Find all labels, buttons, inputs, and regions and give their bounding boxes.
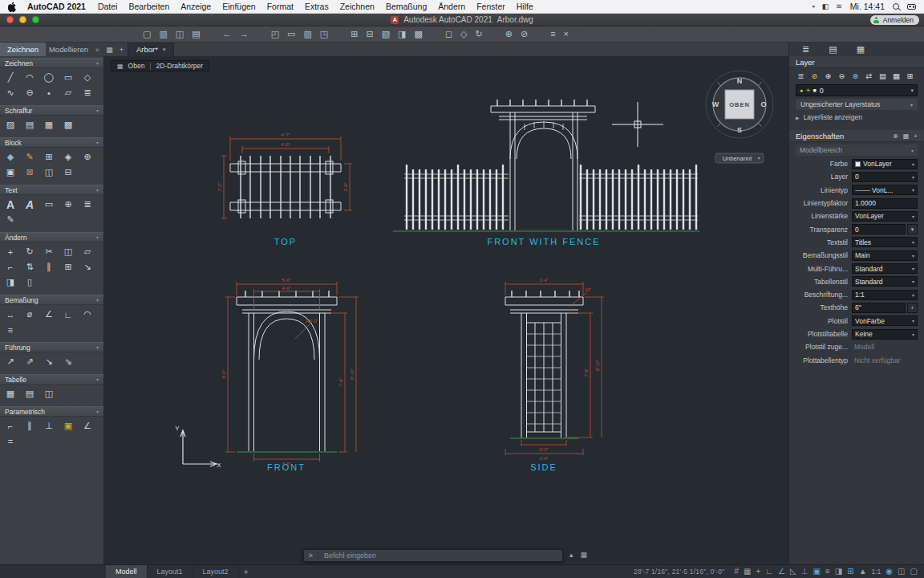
- menu-item-ändern[interactable]: Ändern: [438, 2, 465, 11]
- property-value-texthöhe[interactable]: 6": [852, 303, 906, 313]
- apple-menu-icon[interactable]: [8, 2, 17, 12]
- model-space-canvas[interactable]: Y X N W O S: [104, 56, 788, 564]
- mtext-icon[interactable]: A: [3, 197, 18, 211]
- view-name-pill[interactable]: Unbenannt ▾: [715, 153, 764, 163]
- match-properties-icon[interactable]: ▧: [382, 30, 390, 39]
- file-tab-arbor[interactable]: Arbor* ▾: [128, 43, 174, 56]
- properties-scope-dropdown[interactable]: Modellbereich ▾: [796, 144, 918, 156]
- pickadd-toggle-icon[interactable]: ⊕: [893, 132, 898, 140]
- menubar-app-name[interactable]: AutoCAD 2021: [27, 2, 86, 11]
- add-leader-icon[interactable]: ⇗: [22, 355, 37, 368]
- lock-constraint-icon[interactable]: ▣: [61, 419, 75, 433]
- remove-leader-icon[interactable]: ↘: [42, 355, 56, 368]
- zoom-window-icon[interactable]: ◻: [445, 30, 452, 39]
- property-value-linientyp[interactable]: ———VonL...▾: [852, 185, 918, 195]
- paragraph-icon[interactable]: ≣: [80, 197, 95, 211]
- select-objects-icon[interactable]: ▦: [903, 132, 910, 140]
- scale-icon[interactable]: ↘: [80, 260, 95, 274]
- redo-icon[interactable]: →: [240, 30, 249, 39]
- offset-icon[interactable]: ∥: [42, 260, 56, 274]
- palette-section-header-bemaßung[interactable]: Bemaßung▾: [0, 295, 103, 305]
- edit-text-icon[interactable]: ✎: [3, 213, 18, 226]
- solid-hatch-icon[interactable]: ▩: [61, 118, 75, 132]
- property-value-transparenz[interactable]: 0: [852, 224, 906, 234]
- data-link-icon[interactable]: ◫: [42, 387, 56, 401]
- line-icon[interactable]: ╱: [3, 71, 18, 84]
- collapse-palette-icon[interactable]: «: [91, 43, 103, 56]
- insert-block-icon[interactable]: ◆: [3, 150, 18, 164]
- layer-match-icon[interactable]: ⇄: [864, 71, 874, 80]
- menu-item-einfügen[interactable]: Einfügen: [222, 2, 255, 11]
- viewport-controls[interactable]: ▦ Oben | 2D-Drahtkörper: [111, 60, 209, 71]
- hatch-edit-icon[interactable]: ▩: [415, 30, 423, 39]
- close-toolbar-icon[interactable]: ×: [564, 30, 569, 39]
- annotation-visibility-icon[interactable]: ▲: [859, 568, 867, 576]
- hatch-icon[interactable]: ▨: [3, 118, 18, 132]
- ellipse-icon[interactable]: ⊖: [22, 86, 37, 100]
- attach-reference-icon[interactable]: ⊕: [80, 150, 95, 164]
- page-setup-icon[interactable]: ◳: [320, 30, 328, 39]
- view-compass[interactable]: N W O S OBEN: [706, 71, 773, 138]
- blocks-icon[interactable]: ◨: [398, 30, 406, 39]
- explode-icon[interactable]: ◨: [3, 275, 18, 289]
- property-value-multi-führu[interactable]: Standard▾: [852, 263, 918, 274]
- region-icon[interactable]: ▱: [61, 86, 75, 100]
- quick-select-icon[interactable]: +: [914, 132, 918, 140]
- compass-north[interactable]: N: [737, 77, 743, 85]
- layer-off-icon[interactable]: ⊘: [809, 71, 820, 80]
- parallel-constraint-icon[interactable]: ∥: [22, 419, 37, 433]
- undo-icon[interactable]: ←: [223, 30, 232, 39]
- screen-recording-icon[interactable]: ▪: [813, 3, 815, 10]
- menu-item-hilfe[interactable]: Hilfe: [517, 2, 533, 11]
- compass-east[interactable]: O: [760, 100, 766, 108]
- move-icon[interactable]: +: [3, 245, 18, 258]
- rectangle-icon[interactable]: ▭: [61, 71, 75, 84]
- linear-dimension-icon[interactable]: ↔: [3, 307, 18, 321]
- field-icon[interactable]: ⊕: [61, 197, 75, 211]
- pick-height-button[interactable]: +: [907, 303, 918, 313]
- workspace-switching-icon[interactable]: ◉: [886, 568, 893, 576]
- palette-section-header-führung[interactable]: Führung▾: [0, 342, 103, 352]
- palette-section-header-ändern[interactable]: Ändern▾: [0, 232, 103, 242]
- property-value-bemaßungsstil[interactable]: Main▾: [852, 250, 918, 261]
- layer-unisolate-icon[interactable]: ⊖: [837, 71, 847, 80]
- new-layout-button[interactable]: +: [239, 565, 253, 578]
- control-center-icon[interactable]: [907, 4, 916, 10]
- layer-palette-tab-icon[interactable]: ≣: [802, 44, 809, 55]
- base-point-icon[interactable]: ▣: [3, 165, 18, 179]
- table-style-icon[interactable]: ▤: [22, 387, 37, 401]
- open-icon[interactable]: ▥: [159, 30, 167, 39]
- property-value-farbe[interactable]: VonLayer▾: [852, 159, 918, 169]
- block-attributes-icon[interactable]: ◈: [61, 150, 75, 164]
- ordinate-dimension-icon[interactable]: ∟: [61, 307, 75, 321]
- object-snap-icon[interactable]: ▣: [813, 568, 820, 576]
- baseline-dimension-icon[interactable]: ≡: [3, 323, 18, 336]
- multiline-icon[interactable]: ≣: [80, 86, 95, 100]
- menu-item-zeichnen[interactable]: Zeichnen: [340, 2, 375, 11]
- layer-new-icon[interactable]: ⊞: [905, 71, 915, 80]
- wifi-icon[interactable]: ≋: [836, 3, 842, 10]
- pan-icon[interactable]: ◇: [460, 30, 467, 39]
- window-titlebar[interactable]: A Autodesk AutoCAD 2021 Arbor.dwg Anmeld…: [0, 14, 924, 26]
- layout-tab-modell[interactable]: Modell: [106, 565, 148, 578]
- palette-section-header-zeichnen[interactable]: Zeichnen▾: [0, 58, 103, 68]
- new-drawing-icon[interactable]: ▢: [143, 30, 151, 39]
- palette-section-header-schraffur[interactable]: Schraffur▾: [0, 105, 103, 116]
- zoom-window-button[interactable]: [32, 16, 39, 23]
- menu-item-bemaßung[interactable]: Bemaßung: [386, 2, 427, 11]
- layout-tab-layout2[interactable]: Layout2: [193, 565, 239, 578]
- lineweight-icon[interactable]: ≡: [825, 568, 830, 576]
- property-value-beschriftung[interactable]: 1:1▾: [852, 290, 918, 300]
- property-value-layer[interactable]: 0▾: [852, 172, 918, 182]
- measure-icon[interactable]: ⊕: [505, 30, 513, 39]
- property-value-textstil[interactable]: Titles▾: [852, 237, 918, 247]
- minimize-window-button[interactable]: [19, 16, 26, 23]
- selection-cycling-icon[interactable]: ⊞: [847, 568, 853, 576]
- property-value-tabellenstil[interactable]: Standard▾: [852, 276, 918, 287]
- annotation-scale[interactable]: 1:1: [872, 568, 881, 576]
- gradient-icon[interactable]: ▤: [22, 118, 37, 132]
- palette-tab-zeichnen[interactable]: Zeichnen: [0, 43, 46, 56]
- menu-item-datei[interactable]: Datei: [98, 2, 118, 11]
- fillet-icon[interactable]: ⌐: [3, 260, 18, 274]
- drawing-tabs-menu-icon[interactable]: ▦: [103, 43, 116, 56]
